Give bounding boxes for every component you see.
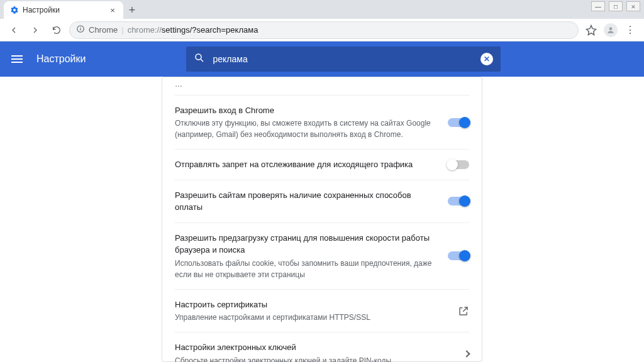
toggle-switch[interactable] [448, 118, 469, 127]
clear-search-icon[interactable]: ✕ [480, 53, 493, 65]
settings-header: Настройки реклама ✕ [0, 41, 644, 77]
window-minimize-button[interactable]: — [591, 1, 605, 11]
settings-card: … Разрешить вход в Chrome Отключив эту ф… [162, 77, 482, 362]
svg-point-3 [609, 27, 613, 30]
settings-search[interactable]: реклама ✕ [186, 47, 501, 72]
site-info-icon[interactable] [76, 25, 85, 35]
toggle-switch[interactable] [448, 197, 469, 206]
url-text: chrome://settings/?search=реклама [128, 25, 258, 35]
search-input[interactable]: реклама [213, 54, 473, 64]
svg-rect-2 [80, 27, 80, 28]
tab-strip: Настройки × + [0, 0, 644, 19]
page-title: Настройки [36, 53, 86, 65]
gear-icon [10, 6, 19, 14]
row-cutoff: … [175, 77, 469, 96]
row-title: Разрешить предзагрузку страниц для повыш… [175, 232, 440, 256]
window-controls: — □ ⨉ [587, 0, 644, 13]
row-payment-methods-check[interactable]: Разрешить сайтам проверять наличие сохра… [175, 180, 469, 223]
row-title: Отправлять запрет на отслеживание для ис… [175, 158, 440, 171]
toggle-switch[interactable] [448, 251, 469, 260]
row-title: Разрешить вход в Chrome [175, 104, 440, 117]
cutoff-text: … [175, 79, 469, 90]
forward-button[interactable] [26, 21, 44, 39]
row-desc: Отключив эту функцию, вы сможете входить… [175, 118, 440, 140]
window-maximize-button[interactable]: □ [609, 1, 623, 11]
svg-point-4 [196, 54, 201, 60]
close-icon[interactable]: × [108, 6, 117, 14]
svg-rect-1 [80, 28, 80, 31]
bookmark-star-icon[interactable] [582, 25, 600, 36]
kebab-menu-icon[interactable]: ⋮ [621, 24, 639, 36]
row-preload-pages[interactable]: Разрешить предзагрузку страниц для повыш… [175, 223, 469, 290]
tab-title: Настройки [23, 6, 104, 14]
hamburger-icon[interactable] [11, 53, 24, 65]
settings-content: … Разрешить вход в Chrome Отключив эту ф… [0, 77, 644, 362]
row-desc: Управление настройками и сертификатами H… [175, 312, 450, 323]
back-button[interactable] [5, 21, 23, 39]
toggle-switch[interactable] [448, 160, 469, 169]
row-allow-chrome-sign-in[interactable]: Разрешить вход в Chrome Отключив эту фун… [175, 96, 469, 150]
row-do-not-track[interactable]: Отправлять запрет на отслеживание для ис… [175, 150, 469, 180]
row-security-keys[interactable]: Настройки электронных ключей Сбросьте на… [175, 332, 469, 362]
search-icon [194, 52, 205, 66]
url-host: Chrome [89, 25, 118, 35]
row-title: Настроить сертификаты [175, 299, 450, 311]
row-title: Разрешить сайтам проверять наличие сохра… [175, 189, 440, 214]
row-desc: Сбросьте настройки электронных ключей и … [175, 355, 457, 362]
row-manage-certificates[interactable]: Настроить сертификаты Управление настрой… [175, 290, 469, 333]
reload-button[interactable] [48, 21, 65, 39]
chevron-right-icon [463, 350, 470, 357]
profile-avatar[interactable] [604, 23, 618, 37]
window-close-button[interactable]: ⨉ [626, 1, 640, 11]
external-link-icon [458, 305, 469, 317]
new-tab-button[interactable]: + [123, 1, 141, 19]
browser-navbar: Chrome | chrome://settings/?search=рекла… [0, 19, 644, 41]
row-desc: Использовать файлы cookie, чтобы запомни… [175, 258, 440, 280]
tab-settings[interactable]: Настройки × [4, 1, 123, 19]
address-bar[interactable]: Chrome | chrome://settings/?search=рекла… [69, 21, 579, 39]
row-title: Настройки электронных ключей [175, 341, 457, 354]
